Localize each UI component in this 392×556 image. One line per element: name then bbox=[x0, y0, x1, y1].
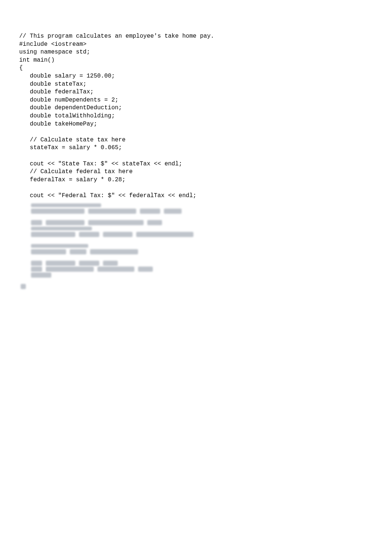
code-line: double stateTax; bbox=[19, 81, 86, 87]
code-line: double dependentDeduction; bbox=[19, 104, 122, 111]
code-line: { bbox=[19, 65, 23, 71]
redacted-line bbox=[21, 284, 373, 289]
redacted-bar bbox=[103, 261, 118, 266]
redacted-bar bbox=[70, 249, 86, 254]
code-line: double takeHomePay; bbox=[19, 121, 97, 127]
code-line: stateTax = salary * 0.065; bbox=[19, 144, 122, 151]
redacted-bar bbox=[103, 232, 133, 237]
redacted-bar bbox=[31, 267, 42, 272]
redacted-bar bbox=[46, 261, 75, 266]
redacted-group bbox=[31, 220, 373, 237]
code-line: double federalTax; bbox=[19, 89, 94, 95]
redacted-bar bbox=[31, 272, 51, 278]
redacted-group bbox=[31, 203, 373, 213]
redacted-bar bbox=[31, 209, 85, 214]
redacted-line bbox=[31, 232, 373, 237]
redacted-bar bbox=[138, 267, 153, 272]
redacted-bar bbox=[79, 232, 99, 237]
redacted-group bbox=[31, 243, 373, 254]
redacted-bar bbox=[97, 267, 134, 272]
redacted-line bbox=[31, 261, 373, 265]
redacted-bar bbox=[88, 220, 144, 225]
redacted-bar bbox=[31, 203, 101, 207]
redacted-bar bbox=[31, 249, 66, 254]
code-line: // Calculate federal tax here bbox=[19, 168, 133, 175]
code-block: // This program calculates an employee's… bbox=[19, 32, 373, 200]
code-line: int main() bbox=[19, 57, 55, 64]
redacted-line bbox=[31, 249, 373, 254]
redacted-bar bbox=[79, 261, 99, 266]
code-line: using namespace std; bbox=[19, 49, 90, 55]
redacted-bar bbox=[90, 249, 138, 254]
redacted-group bbox=[31, 261, 373, 277]
redacted-line bbox=[31, 203, 373, 207]
redacted-bar bbox=[46, 267, 94, 272]
code-line: double salary = 1250.00; bbox=[19, 73, 115, 79]
redacted-region bbox=[31, 203, 373, 289]
redacted-bar bbox=[31, 244, 88, 248]
redacted-line bbox=[31, 272, 373, 277]
document-page: // This program calculates an employee's… bbox=[0, 0, 392, 305]
code-line: cout << "Federal Tax: $" << federalTax <… bbox=[19, 192, 196, 199]
redacted-bar bbox=[31, 227, 92, 230]
redacted-bar bbox=[164, 209, 182, 214]
redacted-bar bbox=[140, 209, 160, 214]
redacted-line bbox=[31, 226, 373, 231]
code-line: cout << "State Tax: $" << stateTax << en… bbox=[19, 161, 182, 167]
code-line: #include <iostream> bbox=[19, 41, 86, 48]
code-line: federalTax = salary * 0.28; bbox=[19, 176, 125, 183]
redacted-line bbox=[31, 243, 373, 248]
redacted-bar bbox=[136, 232, 193, 237]
code-line: // This program calculates an employee's… bbox=[19, 33, 214, 40]
redacted-line bbox=[31, 267, 373, 271]
code-line: // Calculate state tax here bbox=[19, 137, 125, 143]
redacted-bar bbox=[21, 284, 26, 289]
code-line: double totalWithholding; bbox=[19, 113, 115, 119]
redacted-bar bbox=[46, 220, 85, 225]
redacted-bar bbox=[31, 261, 42, 266]
code-line: double numDependents = 2; bbox=[19, 97, 118, 103]
redacted-bar bbox=[31, 220, 42, 225]
redacted-line bbox=[31, 209, 373, 213]
redacted-line bbox=[31, 220, 373, 225]
redacted-bar bbox=[147, 220, 162, 225]
redacted-bar bbox=[88, 209, 136, 214]
redacted-bar bbox=[31, 232, 75, 237]
